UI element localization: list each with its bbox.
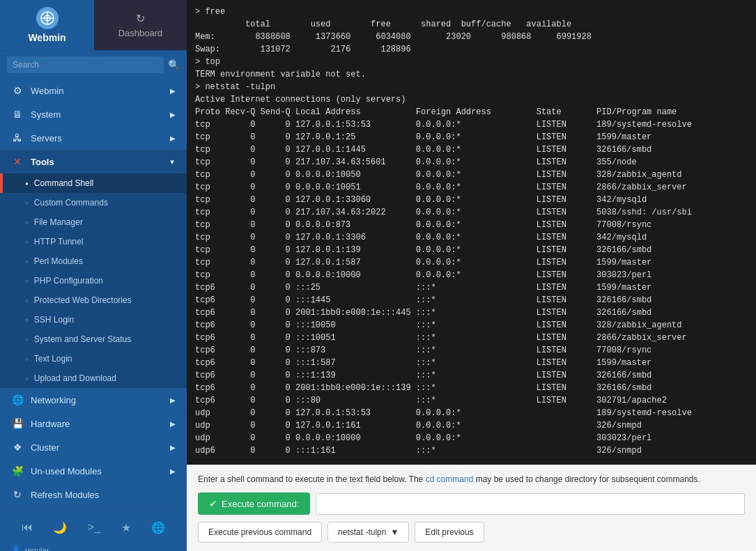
globe-icon[interactable]: 🌐 [146,518,171,537]
sidebar-item-protected-web-directories[interactable]: Protected Web Directories [0,290,187,310]
sidebar-item-cluster-label: Cluster [31,442,59,453]
first-page-icon[interactable]: ⏮ [16,518,38,537]
chevron-right-icon-cluster: ▶ [170,444,176,451]
tools-icon: ✕ [11,156,24,167]
chevron-right-icon-hardware: ▶ [170,420,176,428]
sidebar-item-system-label: System [31,109,61,120]
networking-icon: 🌐 [11,394,24,405]
check-icon: ✔ [209,498,217,509]
sidebar-item-servers[interactable]: 🖧 Servers ▶ [0,126,187,150]
tools-submenu: Command Shell Custom Commands File Manag… [0,173,187,388]
webmin-brand[interactable]: Webmin [0,0,94,50]
webmin-nav-icon: ⚙ [11,85,24,96]
previous-command-dropdown[interactable]: netstat -tulpn ▼ [327,522,409,543]
sidebar-item-http-tunnel[interactable]: HTTP Tunnel [0,232,187,251]
sidebar-item-command-shell[interactable]: Command Shell [0,173,187,193]
ssh-login-label: SSH Login [34,315,74,325]
sidebar-item-refresh-label: Refresh Modules [31,490,99,500]
sidebar-item-tools-label: Tools [31,157,54,167]
unused-modules-icon: 🧩 [11,465,24,476]
sidebar-item-unused-modules[interactable]: 🧩 Un-used Modules ▶ [0,459,187,483]
sidebar-header: Webmin ↻ Dashboard [0,0,187,51]
username-bar: 👤 regular [0,543,187,551]
sidebar-item-upload-download[interactable]: Upload and Download [0,368,187,388]
search-icon[interactable]: 🔍 [168,59,180,70]
cd-command-link[interactable]: cd command [426,474,474,484]
sidebar-item-unused-modules-label: Un-used Modules [31,466,102,476]
command-shell-label: Command Shell [34,178,93,188]
prev-command-row: Execute previous command netstat -tulpn … [198,522,745,543]
search-input[interactable] [7,56,164,73]
username-label: regular [25,546,49,552]
info-text: Enter a shell command to execute in the … [198,474,745,486]
search-bar: 🔍 [0,51,187,79]
perl-modules-label: Perl Modules [34,256,83,266]
command-input[interactable] [316,493,745,515]
bottom-panel: Enter a shell command to execute in the … [187,465,756,551]
sidebar-item-servers-label: Servers [31,133,62,143]
sidebar-item-perl-modules[interactable]: Perl Modules [0,251,187,271]
custom-commands-label: Custom Commands [34,198,108,208]
sidebar-item-hardware-label: Hardware [31,419,70,429]
terminal-output: > free total used free shared buff/cache… [195,6,748,457]
sidebar-item-text-login[interactable]: Text Login [0,349,187,368]
execute-label: Execute command: [222,499,299,509]
main-content: > free total used free shared buff/cache… [187,0,756,551]
sidebar-item-tools[interactable]: ✕ Tools ▼ [0,150,187,173]
active-indicator [0,173,3,193]
sidebar-item-webmin[interactable]: ⚙ Webmin ▶ [0,79,187,102]
dropdown-arrow-icon: ▼ [390,527,399,537]
dashboard-icon: ↻ [136,12,145,25]
edit-previous-button[interactable]: Edit previous [415,522,484,543]
sidebar-item-networking-label: Networking [31,395,76,405]
prev-command-value: netstat -tulpn [338,527,386,537]
brand-label: Webmin [28,32,65,43]
refresh-icon: ↻ [11,489,24,500]
sidebar-item-networking[interactable]: 🌐 Networking ▶ [0,388,187,412]
cluster-icon: ❖ [11,442,24,453]
sidebar-item-system[interactable]: 🖥 System ▶ [0,102,187,126]
bottom-icon-bar: ⏮ 🌙 >_ ★ 🌐 [0,513,187,543]
chevron-right-icon-networking: ▶ [170,396,176,404]
nav-section: ⚙ Webmin ▶ 🖥 System ▶ 🖧 Servers ▶ ✕ Tool… [0,79,187,506]
sidebar-item-hardware[interactable]: 💾 Hardware ▶ [0,412,187,435]
system-icon: 🖥 [11,109,24,120]
text-login-label: Text Login [34,354,72,364]
sidebar-item-ssh-login[interactable]: SSH Login [0,310,187,329]
sidebar-item-custom-commands[interactable]: Custom Commands [0,193,187,212]
chevron-right-icon-unused: ▶ [170,467,176,475]
terminal-icon[interactable]: >_ [82,518,106,537]
chevron-right-icon-system: ▶ [170,111,176,118]
execute-previous-button[interactable]: Execute previous command [198,522,322,543]
hardware-icon: 💾 [11,418,24,429]
sidebar-item-refresh-modules[interactable]: ↻ Refresh Modules [0,483,187,506]
edit-previous-label: Edit previous [425,527,473,537]
terminal-area[interactable]: > free total used free shared buff/cache… [187,0,756,465]
http-tunnel-label: HTTP Tunnel [34,237,83,247]
favorites-icon[interactable]: ★ [116,518,137,537]
chevron-right-icon: ▶ [170,87,176,95]
execute-button[interactable]: ✔ Execute command: [198,492,310,515]
system-server-status-label: System and Server Status [34,334,131,344]
chevron-down-icon-tools: ▼ [169,158,176,166]
dashboard-label: Dashboard [118,28,163,38]
chevron-right-icon-servers: ▶ [170,134,176,142]
sidebar-item-file-manager[interactable]: File Manager [0,212,187,232]
upload-download-label: Upload and Download [34,373,116,383]
sidebar-bottom: ⏮ 🌙 >_ ★ 🌐 👤 regular [0,506,187,551]
dashboard-button[interactable]: ↻ Dashboard [94,0,187,50]
servers-icon: 🖧 [11,132,24,143]
webmin-icon [36,7,59,29]
command-row: ✔ Execute command: [198,492,745,515]
sidebar-item-php-configuration[interactable]: PHP Configuration [0,271,187,290]
sidebar-item-system-server-status[interactable]: System and Server Status [0,329,187,349]
execute-previous-label: Execute previous command [208,527,311,537]
file-manager-label: File Manager [34,217,83,227]
user-icon: 👤 [11,545,21,551]
sidebar-item-webmin-label: Webmin [31,86,63,96]
php-configuration-label: PHP Configuration [34,276,103,286]
protected-web-directories-label: Protected Web Directories [34,295,132,305]
dark-mode-icon[interactable]: 🌙 [47,518,72,537]
sidebar-item-cluster[interactable]: ❖ Cluster ▶ [0,435,187,459]
sidebar: Webmin ↻ Dashboard 🔍 ⚙ Webmin ▶ 🖥 System… [0,0,187,551]
